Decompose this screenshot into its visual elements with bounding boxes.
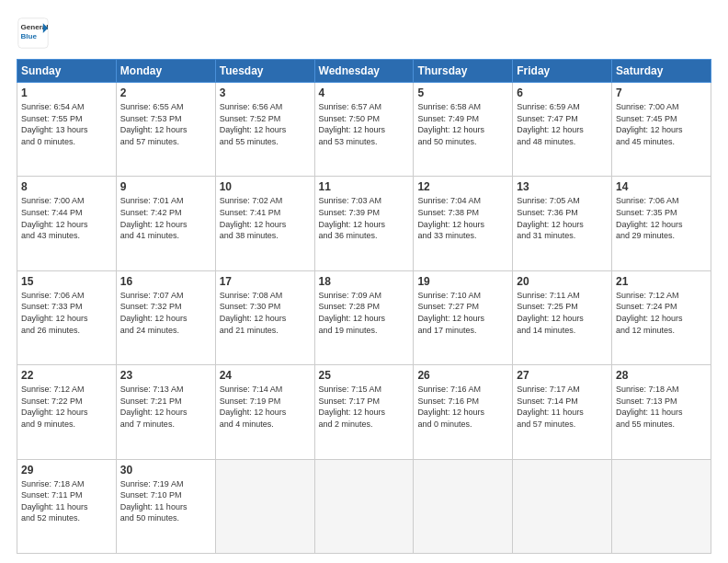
day-number: 7 <box>616 86 707 99</box>
day-header-saturday: Saturday <box>612 60 711 83</box>
day-number: 20 <box>517 275 608 288</box>
day-info: Sunrise: 7:12 AM Sunset: 7:22 PM Dayligh… <box>21 384 112 430</box>
day-info: Sunrise: 7:18 AM Sunset: 7:13 PM Dayligh… <box>616 384 707 430</box>
calendar-cell <box>215 459 314 553</box>
calendar-cell: 5Sunrise: 6:58 AM Sunset: 7:49 PM Daylig… <box>414 83 513 177</box>
day-number: 4 <box>319 86 410 99</box>
day-number: 25 <box>319 369 410 382</box>
svg-text:Blue: Blue <box>21 32 38 40</box>
day-header-tuesday: Tuesday <box>215 60 314 83</box>
header: General Blue <box>17 17 711 50</box>
day-number: 11 <box>319 180 410 193</box>
day-number: 17 <box>220 275 311 288</box>
calendar-cell: 9Sunrise: 7:01 AM Sunset: 7:42 PM Daylig… <box>116 177 215 270</box>
day-number: 1 <box>21 86 112 99</box>
day-info: Sunrise: 7:05 AM Sunset: 7:36 PM Dayligh… <box>517 195 608 241</box>
day-info: Sunrise: 7:09 AM Sunset: 7:28 PM Dayligh… <box>319 290 410 336</box>
calendar-cell: 27Sunrise: 7:17 AM Sunset: 7:14 PM Dayli… <box>513 365 612 459</box>
day-info: Sunrise: 7:12 AM Sunset: 7:24 PM Dayligh… <box>616 290 707 336</box>
day-number: 14 <box>616 180 707 193</box>
logo-icon: General Blue <box>17 17 50 50</box>
day-info: Sunrise: 7:14 AM Sunset: 7:19 PM Dayligh… <box>220 384 311 430</box>
day-number: 8 <box>21 180 112 193</box>
day-info: Sunrise: 7:00 AM Sunset: 7:45 PM Dayligh… <box>616 101 707 147</box>
logo: General Blue <box>17 17 50 50</box>
day-number: 9 <box>120 180 211 193</box>
day-number: 6 <box>517 86 608 99</box>
day-info: Sunrise: 6:56 AM Sunset: 7:52 PM Dayligh… <box>220 101 311 147</box>
day-info: Sunrise: 6:54 AM Sunset: 7:55 PM Dayligh… <box>21 101 112 147</box>
calendar-cell: 20Sunrise: 7:11 AM Sunset: 7:25 PM Dayli… <box>513 270 612 364</box>
day-info: Sunrise: 7:06 AM Sunset: 7:33 PM Dayligh… <box>21 290 112 336</box>
calendar-cell: 2Sunrise: 6:55 AM Sunset: 7:53 PM Daylig… <box>116 83 215 177</box>
day-info: Sunrise: 7:06 AM Sunset: 7:35 PM Dayligh… <box>616 195 707 241</box>
day-info: Sunrise: 7:07 AM Sunset: 7:32 PM Dayligh… <box>120 290 211 336</box>
day-info: Sunrise: 7:00 AM Sunset: 7:44 PM Dayligh… <box>21 195 112 241</box>
calendar-cell: 24Sunrise: 7:14 AM Sunset: 7:19 PM Dayli… <box>215 365 314 459</box>
day-info: Sunrise: 7:01 AM Sunset: 7:42 PM Dayligh… <box>120 195 211 241</box>
calendar-cell: 6Sunrise: 6:59 AM Sunset: 7:47 PM Daylig… <box>513 83 612 177</box>
calendar-cell: 16Sunrise: 7:07 AM Sunset: 7:32 PM Dayli… <box>116 270 215 364</box>
day-header-wednesday: Wednesday <box>314 60 414 83</box>
calendar-cell: 15Sunrise: 7:06 AM Sunset: 7:33 PM Dayli… <box>17 270 117 364</box>
day-number: 23 <box>120 369 211 382</box>
day-number: 3 <box>220 86 311 99</box>
day-info: Sunrise: 7:11 AM Sunset: 7:25 PM Dayligh… <box>517 290 608 336</box>
calendar-table: SundayMondayTuesdayWednesdayThursdayFrid… <box>17 59 711 554</box>
calendar-cell: 12Sunrise: 7:04 AM Sunset: 7:38 PM Dayli… <box>414 177 513 270</box>
day-number: 16 <box>120 275 211 288</box>
day-number: 12 <box>417 180 508 193</box>
day-info: Sunrise: 6:57 AM Sunset: 7:50 PM Dayligh… <box>319 101 410 147</box>
day-number: 18 <box>319 275 410 288</box>
day-info: Sunrise: 7:08 AM Sunset: 7:30 PM Dayligh… <box>220 290 311 336</box>
day-number: 13 <box>517 180 608 193</box>
day-info: Sunrise: 7:18 AM Sunset: 7:11 PM Dayligh… <box>21 478 112 524</box>
day-header-monday: Monday <box>116 60 215 83</box>
calendar-cell <box>414 459 513 553</box>
calendar-cell: 18Sunrise: 7:09 AM Sunset: 7:28 PM Dayli… <box>314 270 414 364</box>
calendar-cell: 13Sunrise: 7:05 AM Sunset: 7:36 PM Dayli… <box>513 177 612 270</box>
calendar-cell <box>513 459 612 553</box>
day-number: 19 <box>417 275 508 288</box>
day-info: Sunrise: 7:03 AM Sunset: 7:39 PM Dayligh… <box>319 195 410 241</box>
day-number: 30 <box>120 464 211 477</box>
day-number: 21 <box>616 275 707 288</box>
day-info: Sunrise: 7:10 AM Sunset: 7:27 PM Dayligh… <box>417 290 508 336</box>
day-info: Sunrise: 7:16 AM Sunset: 7:16 PM Dayligh… <box>417 384 508 430</box>
day-info: Sunrise: 6:55 AM Sunset: 7:53 PM Dayligh… <box>120 101 211 147</box>
calendar-cell: 1Sunrise: 6:54 AM Sunset: 7:55 PM Daylig… <box>17 83 117 177</box>
calendar-cell: 3Sunrise: 6:56 AM Sunset: 7:52 PM Daylig… <box>215 83 314 177</box>
day-info: Sunrise: 7:02 AM Sunset: 7:41 PM Dayligh… <box>220 195 311 241</box>
day-number: 2 <box>120 86 211 99</box>
calendar-cell: 26Sunrise: 7:16 AM Sunset: 7:16 PM Dayli… <box>414 365 513 459</box>
day-number: 24 <box>220 369 311 382</box>
day-info: Sunrise: 7:04 AM Sunset: 7:38 PM Dayligh… <box>417 195 508 241</box>
calendar-cell: 7Sunrise: 7:00 AM Sunset: 7:45 PM Daylig… <box>612 83 711 177</box>
day-number: 22 <box>21 369 112 382</box>
day-number: 26 <box>417 369 508 382</box>
calendar-cell: 10Sunrise: 7:02 AM Sunset: 7:41 PM Dayli… <box>215 177 314 270</box>
day-info: Sunrise: 6:59 AM Sunset: 7:47 PM Dayligh… <box>517 101 608 147</box>
day-number: 29 <box>21 464 112 477</box>
day-number: 5 <box>417 86 508 99</box>
calendar-cell: 29Sunrise: 7:18 AM Sunset: 7:11 PM Dayli… <box>17 459 117 553</box>
calendar-cell: 28Sunrise: 7:18 AM Sunset: 7:13 PM Dayli… <box>612 365 711 459</box>
calendar-cell: 22Sunrise: 7:12 AM Sunset: 7:22 PM Dayli… <box>17 365 117 459</box>
calendar-cell: 4Sunrise: 6:57 AM Sunset: 7:50 PM Daylig… <box>314 83 414 177</box>
calendar-cell <box>612 459 711 553</box>
day-info: Sunrise: 7:17 AM Sunset: 7:14 PM Dayligh… <box>517 384 608 430</box>
day-number: 27 <box>517 369 608 382</box>
day-info: Sunrise: 6:58 AM Sunset: 7:49 PM Dayligh… <box>417 101 508 147</box>
day-header-thursday: Thursday <box>414 60 513 83</box>
calendar-cell: 23Sunrise: 7:13 AM Sunset: 7:21 PM Dayli… <box>116 365 215 459</box>
calendar-cell: 8Sunrise: 7:00 AM Sunset: 7:44 PM Daylig… <box>17 177 117 270</box>
day-info: Sunrise: 7:15 AM Sunset: 7:17 PM Dayligh… <box>319 384 410 430</box>
day-number: 28 <box>616 369 707 382</box>
calendar-cell: 25Sunrise: 7:15 AM Sunset: 7:17 PM Dayli… <box>314 365 414 459</box>
day-number: 15 <box>21 275 112 288</box>
calendar-cell: 21Sunrise: 7:12 AM Sunset: 7:24 PM Dayli… <box>612 270 711 364</box>
calendar-cell: 14Sunrise: 7:06 AM Sunset: 7:35 PM Dayli… <box>612 177 711 270</box>
calendar-cell: 19Sunrise: 7:10 AM Sunset: 7:27 PM Dayli… <box>414 270 513 364</box>
calendar-cell <box>314 459 414 553</box>
day-number: 10 <box>220 180 311 193</box>
